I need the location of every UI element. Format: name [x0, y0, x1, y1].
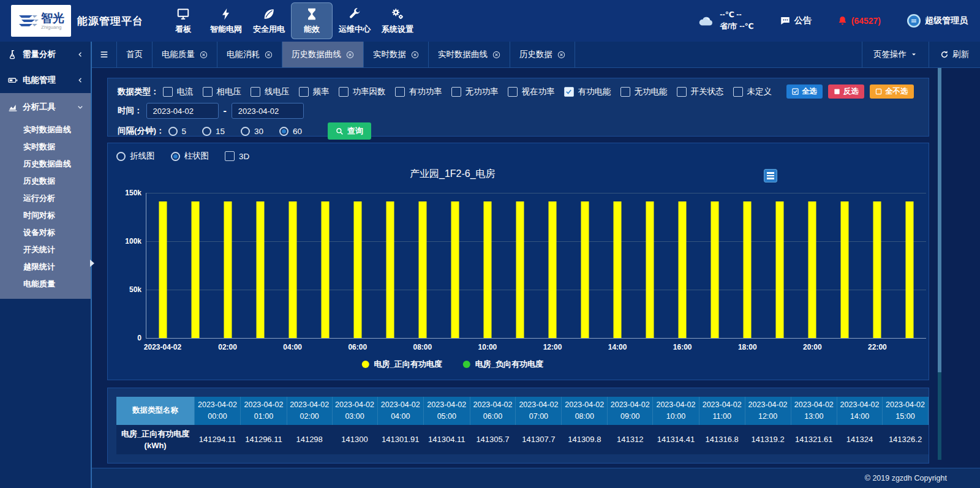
chart-bar[interactable] [549, 201, 557, 338]
select-all-button[interactable]: 全选 [786, 84, 823, 99]
footer: © 2019 zgzdh Copyright [92, 468, 980, 488]
sidebar-item-设备对标[interactable]: 设备对标 [0, 224, 91, 241]
chart-bar[interactable] [418, 201, 426, 338]
chart-bar[interactable] [744, 201, 752, 338]
refresh-button[interactable]: 刷新 [929, 42, 980, 67]
sidebar-item-实时数据曲线[interactable]: 实时数据曲线 [0, 121, 91, 138]
checkbox-无功功率[interactable]: 无功功率 [451, 86, 499, 97]
checkbox-频率[interactable]: 频率 [299, 86, 330, 97]
chart-bar[interactable] [646, 201, 654, 338]
tab-电能质量[interactable]: 电能质量 [153, 42, 217, 67]
date-to-input[interactable] [232, 103, 304, 119]
interval-radio-15[interactable]: 15 [202, 127, 225, 136]
tab-电能消耗[interactable]: 电能消耗 [217, 42, 282, 67]
chart-bar[interactable] [386, 201, 394, 338]
hourglass-icon [305, 7, 318, 21]
alarm-count: (64527) [851, 16, 881, 26]
chart-mode-3D[interactable]: 3D [225, 151, 249, 161]
chart-bar[interactable] [321, 201, 329, 338]
scrollbar-thumb[interactable] [938, 68, 941, 372]
tab-operations-dropdown[interactable]: 页签操作 [862, 42, 929, 67]
chart-bar[interactable] [288, 201, 296, 338]
chart-bar[interactable] [711, 201, 719, 338]
query-button[interactable]: 查询 [328, 122, 371, 140]
interval-radio-5[interactable]: 5 [168, 127, 187, 136]
checkbox-电流[interactable]: 电流 [163, 86, 194, 97]
checkbox-未定义[interactable]: 未定义 [733, 86, 772, 97]
chart-bar[interactable] [224, 201, 232, 338]
alarm-button[interactable]: (64527) [837, 15, 881, 26]
sidebar-group-header-demand-analysis[interactable]: 需量分析 [0, 42, 91, 67]
chart-toolbox-menu-icon[interactable] [764, 169, 777, 182]
invert-select-button[interactable]: 反选 [828, 84, 864, 99]
nav-item-kanban[interactable]: 看板 [162, 2, 204, 39]
sidebar-item-运行分析[interactable]: 运行分析 [0, 190, 91, 207]
tab-menu-button[interactable] [92, 42, 117, 67]
tab-首页[interactable]: 首页 [117, 42, 153, 67]
chart-bar[interactable] [679, 201, 687, 338]
checkbox-有功电能[interactable]: 有功电能 [564, 86, 611, 97]
announcement-button[interactable]: 公告 [780, 15, 812, 26]
close-icon[interactable] [557, 51, 565, 59]
sidebar-item-历史数据曲线[interactable]: 历史数据曲线 [0, 156, 91, 173]
sidebar-group-header-energy-management[interactable]: 电能管理 [0, 67, 91, 93]
chart-bar[interactable] [159, 201, 167, 338]
chart-bar[interactable] [873, 201, 881, 338]
vertical-scrollbar[interactable] [938, 68, 941, 460]
close-icon[interactable] [346, 51, 354, 59]
sidebar-item-开关统计[interactable]: 开关统计 [0, 241, 91, 258]
chart-bar[interactable] [353, 201, 361, 338]
nav-item-smart-grid[interactable]: 智能电网 [205, 2, 247, 39]
sidebar-group-header-analysis-tools[interactable]: 分析工具 [0, 93, 91, 121]
tab-label: 实时数据 [373, 49, 406, 60]
chart-bar[interactable] [451, 201, 459, 338]
sidebar-item-越限统计[interactable]: 越限统计 [0, 258, 91, 276]
chart-bar[interactable] [906, 201, 914, 338]
chart-bar[interactable] [614, 201, 622, 338]
chart-bar[interactable] [516, 201, 524, 338]
checkbox-线电压[interactable]: 线电压 [251, 86, 290, 97]
chart-bar[interactable] [256, 201, 264, 338]
nav-item-ops-center[interactable]: 运维中心 [334, 2, 375, 39]
chart-bar[interactable] [841, 201, 849, 338]
checkbox-box [733, 87, 743, 97]
user-menu[interactable]: 超级管理员 [907, 13, 968, 28]
sidebar-item-实时数据[interactable]: 实时数据 [0, 138, 91, 156]
chart-mode-柱状图[interactable]: 柱状图 [171, 151, 209, 162]
tab-历史数据[interactable]: 历史数据 [510, 42, 575, 67]
nav-item-energy-efficiency[interactable]: 能效 [291, 2, 333, 39]
nav-item-system-settings[interactable]: 系统设置 [377, 2, 418, 39]
legend-item-电房_负向有功电度[interactable]: 电房_负向有功电度 [463, 359, 543, 370]
chart-bar[interactable] [776, 201, 784, 338]
sidebar-item-电能质量[interactable]: 电能质量 [0, 276, 91, 293]
checkbox-有功功率[interactable]: 有功功率 [395, 86, 442, 97]
close-icon[interactable] [411, 51, 419, 59]
hamburger-icon [99, 50, 109, 59]
interval-radio-60[interactable]: 60 [279, 127, 302, 136]
checkbox-label: 无功电能 [635, 86, 668, 97]
tab-实时数据曲线[interactable]: 实时数据曲线 [429, 42, 510, 67]
close-icon[interactable] [265, 51, 273, 59]
tab-实时数据[interactable]: 实时数据 [364, 42, 429, 67]
chart-bar[interactable] [483, 201, 491, 338]
chart-bar[interactable] [191, 201, 199, 338]
close-icon[interactable] [492, 51, 500, 59]
chart-bar[interactable] [809, 201, 816, 338]
checkbox-开关状态[interactable]: 开关状态 [677, 86, 724, 97]
select-none-button[interactable]: 全不选 [870, 84, 914, 99]
close-icon[interactable] [200, 51, 208, 59]
date-from-input[interactable] [146, 103, 219, 119]
chart-bar[interactable] [581, 201, 589, 338]
sidebar-collapse-handle[interactable] [90, 260, 94, 267]
nav-item-safe-power[interactable]: 安全用电 [248, 2, 290, 39]
checkbox-相电压[interactable]: 相电压 [203, 86, 242, 97]
chart-mode-折线图[interactable]: 折线图 [116, 151, 155, 162]
checkbox-视在功率[interactable]: 视在功率 [508, 86, 555, 97]
checkbox-无功电能[interactable]: 无功电能 [620, 86, 668, 97]
legend-item-电房_正向有功电度[interactable]: 电房_正向有功电度 [362, 359, 442, 370]
sidebar-item-时间对标[interactable]: 时间对标 [0, 207, 91, 224]
sidebar-item-历史数据[interactable]: 历史数据 [0, 173, 91, 190]
checkbox-功率因数[interactable]: 功率因数 [339, 86, 386, 97]
interval-radio-30[interactable]: 30 [241, 127, 263, 136]
tab-历史数据曲线[interactable]: 历史数据曲线 [282, 42, 364, 67]
